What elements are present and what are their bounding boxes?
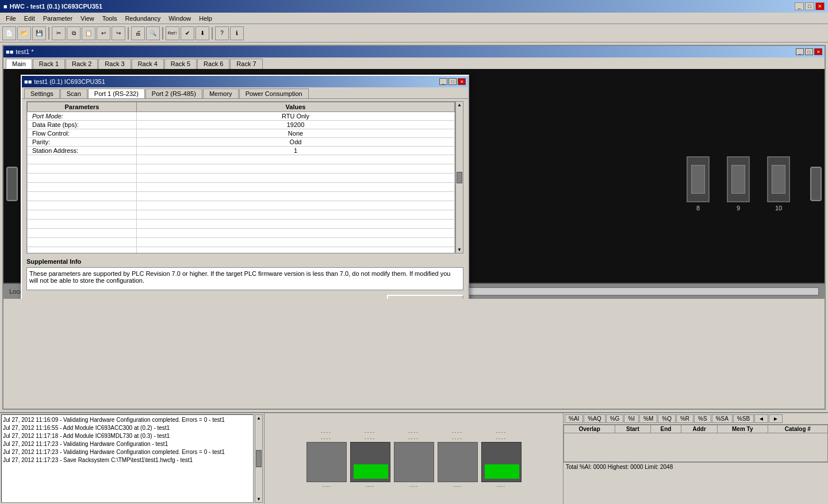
minimize-button[interactable]: _	[795, 2, 804, 10]
param-value: RTU Only	[137, 112, 455, 121]
tool-print[interactable]: 🖨	[131, 26, 145, 40]
menu-redundancy[interactable]: Redundancy	[121, 14, 164, 22]
mem-tab-pct-M[interactable]: %M	[639, 414, 657, 423]
log-inner: Jul 27, 2012 11:16:09 - Validating Hardw…	[0, 413, 264, 504]
log-scrollbar[interactable]: ▲ ▼	[255, 414, 263, 503]
log-content[interactable]: Jul 27, 2012 11:16:09 - Validating Hardw…	[1, 414, 254, 503]
title-bar-controls: _ □ ✕	[795, 2, 825, 10]
param-name: Parity:	[28, 138, 137, 147]
menu-edit[interactable]: Edit	[21, 14, 39, 22]
tool-new[interactable]: 📄	[2, 26, 16, 40]
supp-btn-row: Supplemental Info <<	[22, 295, 468, 299]
tool-about[interactable]: ℹ	[230, 26, 244, 40]
tool-help[interactable]: ?	[215, 26, 229, 40]
tool-download[interactable]: ⬇	[195, 26, 209, 40]
param-value: None	[137, 129, 455, 138]
rack-mini-1: ---- ---- ----	[306, 429, 347, 488]
menu-parameter[interactable]: Parameter	[40, 14, 76, 22]
close-button[interactable]: ✕	[815, 2, 825, 10]
supp-btn[interactable]: Supplemental Info <<	[387, 295, 463, 299]
modal-title-left: ■■ test1 (0.1) IC693CPU351	[24, 78, 105, 85]
tool-ref-up[interactable]: Ref↑	[166, 26, 179, 40]
mem-tab-pct-S[interactable]: %S	[694, 414, 711, 423]
rack-m5-green	[485, 464, 519, 479]
title-bar-left: ■ HWC - test1 (0.1) IC693CPU351	[3, 3, 102, 10]
modal-tab-settings[interactable]: Settings	[24, 89, 60, 98]
tool-find[interactable]: 🔍	[146, 26, 160, 40]
menu-file[interactable]: File	[2, 14, 20, 22]
tool-open[interactable]: 📂	[17, 26, 31, 40]
log-panel: Jul 27, 2012 11:16:09 - Validating Hardw…	[0, 413, 264, 504]
param-name: Data Rate (bps):	[28, 121, 137, 129]
tab-rack7[interactable]: Rack 7	[230, 59, 262, 69]
mem-header-end: End	[650, 425, 681, 433]
tab-rack5[interactable]: Rack 5	[164, 59, 197, 69]
mem-tab-pct-Q[interactable]: %Q	[658, 414, 676, 423]
memory-panel: %AI%AQ%G%I%M%Q%R%S%SA%SB◄► OverlapStartE…	[564, 413, 828, 504]
mem-tab-pct-R[interactable]: %R	[676, 414, 693, 423]
modal-close[interactable]: ✕	[458, 78, 466, 85]
rack-m1-body	[306, 442, 347, 482]
modal-tab-memory[interactable]: Memory	[203, 89, 239, 98]
mem-tab-prev[interactable]: ◄	[754, 414, 768, 423]
tool-save[interactable]: 💾	[32, 26, 46, 40]
mem-tab-next[interactable]: ►	[769, 414, 783, 423]
rack-mini-panel: ---- ---- ---- ---- ---- ---- ---- --	[264, 413, 564, 504]
tool-redo[interactable]: ↪	[112, 26, 125, 40]
inner-close[interactable]: ✕	[814, 48, 822, 55]
mem-header-addr: Addr	[681, 425, 717, 433]
menu-view[interactable]: View	[77, 14, 98, 22]
tab-main[interactable]: Main	[6, 59, 32, 69]
slot-9-connector	[731, 165, 745, 194]
slot-8-connector	[691, 165, 705, 194]
mem-tab-pct-AQ[interactable]: %AQ	[584, 414, 605, 423]
mem-tab-pct-G[interactable]: %G	[606, 414, 624, 423]
tool-cut[interactable]: ✂	[52, 26, 66, 40]
menu-window[interactable]: Window	[165, 14, 194, 22]
menu-bar: File Edit Parameter View Tools Redundanc…	[0, 13, 828, 24]
slot-10-container: 10	[767, 156, 790, 211]
tool-validate[interactable]: ✔	[181, 26, 194, 40]
param-value: Odd	[137, 138, 455, 147]
rack-handle-left	[6, 167, 18, 201]
menu-tools[interactable]: Tools	[99, 14, 121, 22]
inner-minimize[interactable]: _	[796, 48, 804, 55]
mem-tab-pct-SA[interactable]: %SA	[712, 414, 733, 423]
inner-title: test1 *	[16, 48, 33, 55]
tool-copy[interactable]: ⧉	[67, 26, 80, 40]
log-scroll-down[interactable]: ▼	[256, 497, 261, 502]
log-line: Jul 27, 2012 11:17:23 - Save Racksystem …	[3, 456, 252, 464]
mem-header-overlap: Overlap	[564, 425, 615, 433]
rack-m4-body	[438, 442, 478, 482]
tab-rack6[interactable]: Rack 6	[197, 59, 229, 69]
param-value: 19200	[137, 121, 455, 129]
maximize-button[interactable]: □	[805, 2, 814, 10]
tool-undo[interactable]: ↩	[97, 26, 110, 40]
mem-tab-pct-I[interactable]: %I	[624, 414, 639, 423]
mem-tab-pct-SB[interactable]: %SB	[733, 414, 754, 423]
tab-rack1[interactable]: Rack 1	[33, 59, 65, 69]
menu-help[interactable]: Help	[195, 14, 216, 22]
inner-maximize[interactable]: □	[805, 48, 813, 55]
log-scroll-up[interactable]: ▲	[256, 415, 261, 421]
modal-maximize[interactable]: □	[448, 78, 457, 85]
slot-9-module	[727, 156, 750, 202]
modal-tab-port2[interactable]: Port 2 (RS-485)	[145, 89, 202, 98]
tab-rack3[interactable]: Rack 3	[98, 59, 131, 69]
bottom-area: Jul 27, 2012 11:16:09 - Validating Hardw…	[0, 412, 828, 504]
log-line: Jul 27, 2012 11:16:55 - Add Module IC693…	[3, 424, 252, 432]
tool-paste[interactable]: 📋	[82, 26, 95, 40]
tab-rack2[interactable]: Rack 2	[66, 59, 98, 69]
modal-tab-scan[interactable]: Scan	[60, 89, 87, 98]
modal-tab-port1[interactable]: Port 1 (RS-232)	[88, 89, 145, 98]
modal-tab-power[interactable]: Power Consumption	[239, 89, 309, 98]
mem-header-start: Start	[615, 425, 650, 433]
mem-tab-pct-AI[interactable]: %AI	[565, 414, 583, 423]
log-line: Jul 27, 2012 11:17:18 - Add Module IC693…	[3, 432, 252, 440]
modal-minimize[interactable]: _	[439, 78, 447, 85]
table-scrollbar[interactable]: ▲ ▼	[455, 101, 463, 253]
tab-rack4[interactable]: Rack 4	[132, 59, 164, 69]
main-title-bar: ■ HWC - test1 (0.1) IC693CPU351 _ □ ✕	[0, 0, 828, 13]
params-table-container[interactable]: Parameters Values Port Mode:RTU OnlyData…	[26, 101, 455, 253]
param-name: Flow Control:	[28, 129, 137, 138]
